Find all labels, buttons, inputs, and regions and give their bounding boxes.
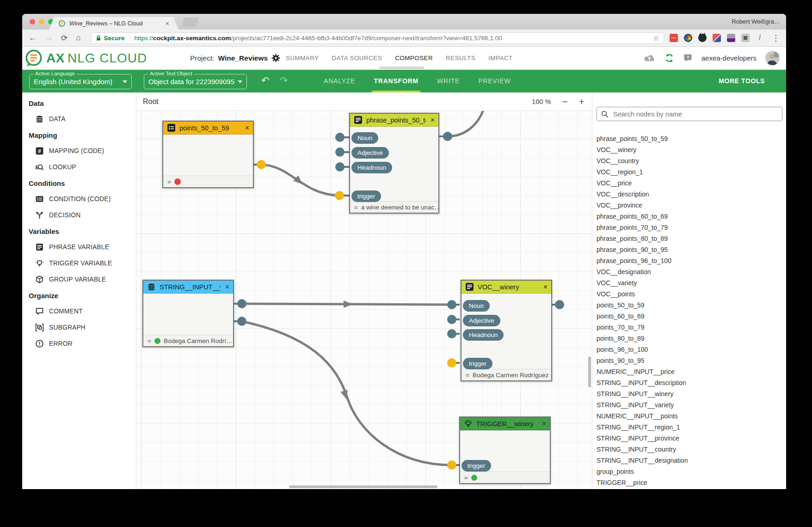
home-icon[interactable]: ⌂	[76, 33, 80, 43]
address-bar[interactable]: Secure https://cockpit.ax-semantics.com/…	[91, 32, 664, 44]
close-icon[interactable]: ×	[225, 283, 229, 291]
port-label-trigger[interactable]: trigger	[463, 358, 492, 369]
node-voc-winery[interactable]: VOC__winery × Noun Adjective Headnoun tr…	[461, 280, 552, 381]
port-label-trigger[interactable]: trigger	[461, 460, 491, 472]
node-list-item[interactable]: STRING__INPUT__region_1	[592, 422, 786, 433]
node-header[interactable]: phrase_points_50_to_59 ×	[350, 114, 438, 127]
node-list-item[interactable]: NUMERIC__INPUT__price	[592, 366, 786, 377]
palette-item-trigger-variable[interactable]: TRIGGER VARIABLE	[22, 255, 136, 271]
node-list-item[interactable]: STRING__INPUT__country	[592, 444, 786, 455]
zoom-in-button[interactable]: +	[579, 97, 584, 106]
reload-icon[interactable]: ⟳	[61, 33, 68, 43]
palette-item-subgraph[interactable]: SUBGRAPH	[22, 319, 136, 336]
port-label-adjective[interactable]: Adjective	[351, 147, 389, 159]
node-list-item[interactable]: VOC__description	[592, 189, 786, 200]
sync-icon[interactable]	[664, 53, 674, 63]
node-list-item[interactable]: VOC__price	[592, 178, 786, 189]
ax-nlg-cloud-logo[interactable]: AX NLG CLOUD	[24, 49, 147, 68]
node-list-item[interactable]: STRING__INPUT__variety	[592, 399, 786, 411]
port-label-adjective[interactable]: Adjective	[463, 315, 500, 326]
bookmark-star-icon[interactable]: ☆	[653, 34, 659, 43]
port-label-headnoun[interactable]: Headnoun	[463, 329, 504, 341]
close-icon[interactable]: ×	[245, 124, 249, 132]
header-scrollbar-thumb[interactable]	[379, 67, 424, 69]
node-string-input-winery[interactable]: STRING__INPUT__winery × = Bodega Carmen …	[142, 280, 234, 347]
node-list-item[interactable]: group_points	[592, 466, 786, 477]
nav-summary[interactable]: SUMMARY	[285, 47, 320, 69]
node-header[interactable]: VOC__winery ×	[461, 281, 551, 294]
undo-icon[interactable]: ↶	[261, 70, 270, 92]
port-label-headnoun[interactable]: Headnoun	[351, 162, 392, 173]
node-list-item[interactable]: points_70_to_79	[592, 322, 786, 333]
node-list-item[interactable]: points_60_to_69	[592, 311, 786, 322]
node-list-item[interactable]: VOC__variety	[592, 277, 786, 288]
zoom-out-button[interactable]: −	[562, 97, 567, 106]
search-box[interactable]	[597, 107, 782, 121]
account-name[interactable]: aexea-developers	[701, 54, 757, 62]
extension-slash-icon[interactable]: /	[756, 34, 764, 42]
redo-icon[interactable]: ↷	[280, 70, 288, 92]
palette-item-lookup[interactable]: E LOOKUP	[22, 159, 136, 175]
extension-gray-icon[interactable]	[741, 34, 750, 42]
close-icon[interactable]: ×	[431, 116, 435, 124]
back-icon[interactable]: ←	[29, 33, 37, 43]
node-list-item[interactable]: STRING__INPUT__designation	[592, 455, 786, 466]
active-test-object-select[interactable]: Active Test Object Object data for 22239…	[144, 74, 247, 89]
node-list-item[interactable]: phrase_points_96_to_100	[592, 255, 786, 266]
node-list-item[interactable]: STRING__INPUT__province	[592, 433, 786, 444]
extension-robot-icon[interactable]	[727, 34, 735, 42]
node-list-item[interactable]: phrase_points_60_to_69	[592, 211, 786, 222]
extension-flag-icon[interactable]	[713, 34, 721, 42]
node-header[interactable]: STRING__INPUT__winery ×	[143, 281, 233, 294]
nav-impact[interactable]: IMPACT	[487, 47, 513, 69]
node-header[interactable]: points_50_to_59 ×	[163, 122, 253, 135]
node-list-item[interactable]: phrase_points_80_to_89	[592, 233, 786, 244]
node-list-item[interactable]: points_80_to_89	[592, 333, 786, 344]
close-icon[interactable]: ×	[542, 420, 546, 428]
node-list-item[interactable]: phrase_points_50_to_59	[592, 133, 786, 144]
search-input[interactable]	[612, 110, 778, 118]
palette-item-comment[interactable]: COMMENT	[22, 303, 136, 319]
node-list-item[interactable]: NUMERIC__INPUT__points	[592, 411, 786, 422]
extension-colorwheel-icon[interactable]	[684, 34, 692, 42]
gear-icon[interactable]	[271, 54, 280, 62]
more-tools-button[interactable]: MORE TOOLS	[719, 70, 765, 92]
node-phrase-points-50-to-59[interactable]: phrase_points_50_to_59 × Noun Adjective …	[349, 113, 439, 214]
tab-write[interactable]: WRITE	[437, 70, 460, 92]
cloud-upload-icon[interactable]	[643, 54, 656, 62]
browser-menu-icon[interactable]: ⋮	[772, 33, 780, 43]
palette-item-condition-code[interactable]: CONDITION (CODE)	[22, 191, 136, 207]
feedback-chat-icon[interactable]: ?	[683, 53, 693, 63]
node-list-item[interactable]: VOC__province	[592, 200, 786, 211]
palette-item-group-variable[interactable]: GROUP VARIABLE	[22, 271, 136, 288]
node-trigger-winery[interactable]: TRIGGER__winery × trigger =	[459, 417, 551, 484]
tab-preview[interactable]: PREVIEW	[478, 70, 511, 92]
nav-data-sources[interactable]: DATA SOURCES	[331, 47, 383, 69]
node-list-item[interactable]: TRIGGER__price	[592, 477, 786, 488]
node-list-item[interactable]: points_50_to_59	[592, 300, 786, 311]
browser-tab[interactable]: Wine_Reviews – NLG Cloud ×	[49, 17, 178, 30]
close-icon[interactable]: ×	[543, 283, 547, 291]
node-header[interactable]: TRIGGER__winery ×	[460, 417, 550, 430]
new-tab-button[interactable]	[181, 18, 199, 27]
node-list-item[interactable]: STRING__INPUT__description	[592, 377, 786, 388]
nav-composer[interactable]: COMPOSER	[394, 47, 434, 69]
node-list-item[interactable]: phrase_points_90_to_95	[592, 244, 786, 255]
node-list-item[interactable]: VOC__designation	[592, 266, 786, 277]
browser-profile-name[interactable]: Robert Weißgra…	[732, 14, 780, 30]
edge-phrase-output-offscreen[interactable]	[448, 111, 484, 136]
palette-item-data[interactable]: DATA	[22, 111, 136, 127]
node-list-item[interactable]: STRING__INPUT__winery	[592, 388, 786, 399]
node-list-item[interactable]: phrase_points_70_to_79	[592, 222, 786, 233]
tab-close-icon[interactable]: ×	[166, 20, 169, 27]
nav-results[interactable]: RESULTS	[445, 47, 476, 69]
tab-analyze[interactable]: ANALYZE	[324, 70, 355, 92]
graph-canvas[interactable]: points_50_to_59 × =	[136, 111, 592, 489]
canvas-horizontal-scrollbar[interactable]	[289, 485, 437, 488]
palette-item-error[interactable]: ERROR	[22, 336, 136, 352]
node-list-item[interactable]: points_96_to_100	[592, 344, 786, 355]
node-list-item[interactable]: points_90_to_95	[592, 355, 786, 366]
window-close-button[interactable]	[30, 19, 35, 25]
tab-transform[interactable]: TRANSFORM	[374, 70, 418, 92]
port-label-noun[interactable]: Noun	[351, 132, 378, 144]
